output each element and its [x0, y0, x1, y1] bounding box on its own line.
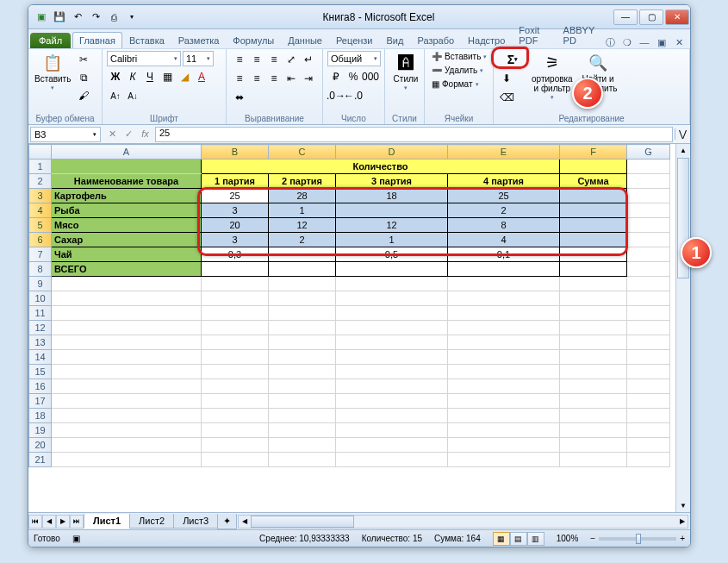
cell[interactable]: Рыба [52, 203, 202, 218]
cell[interactable]: 3 партия [336, 174, 448, 189]
cell[interactable]: 1 [336, 233, 448, 247]
cell[interactable] [448, 453, 560, 467]
cell[interactable] [202, 438, 269, 453]
tab-developer[interactable]: Разрабо [410, 32, 461, 48]
cell[interactable] [202, 306, 269, 321]
cell[interactable]: Сумма [560, 174, 627, 189]
row-header[interactable]: 17 [29, 394, 52, 409]
align-left-icon[interactable]: ≡ [231, 70, 248, 87]
cell[interactable] [627, 218, 670, 233]
cell[interactable] [202, 453, 269, 467]
cell[interactable]: 8 [448, 218, 560, 233]
cell[interactable] [52, 365, 202, 379]
cell[interactable] [336, 277, 448, 291]
view-normal-icon[interactable]: ▦ [493, 532, 510, 546]
cell[interactable] [336, 453, 448, 467]
cell[interactable] [448, 423, 560, 438]
font-color-button[interactable]: А [193, 68, 210, 85]
scroll-up-icon[interactable]: ▲ [676, 144, 690, 157]
format-cells-button[interactable]: ▦Формат▾ [429, 78, 482, 90]
cell[interactable] [560, 379, 627, 394]
row-header[interactable]: 2 [29, 174, 52, 189]
merge-center-icon[interactable]: ⬌ [231, 89, 248, 106]
cell[interactable] [560, 365, 627, 379]
cell[interactable] [336, 394, 448, 409]
row-header[interactable]: 6 [29, 233, 52, 247]
zoom-out-icon[interactable]: − [590, 534, 595, 543]
row-header[interactable]: 5 [29, 218, 52, 233]
cell[interactable] [627, 409, 670, 423]
cell[interactable] [202, 409, 269, 423]
formula-input[interactable]: 25 [155, 127, 673, 142]
cell[interactable] [269, 379, 336, 394]
tab-layout[interactable]: Разметка [171, 32, 227, 48]
orientation-icon[interactable]: ⤢ [283, 51, 300, 68]
cell[interactable] [560, 335, 627, 350]
zoom-in-icon[interactable]: + [680, 534, 685, 543]
styles-button[interactable]: 🅰 Стили ▾ [389, 51, 422, 93]
cell[interactable] [269, 262, 336, 277]
col-header[interactable]: G [627, 145, 670, 160]
cell[interactable] [627, 379, 670, 394]
font-size-combo[interactable]: 11▾ [183, 51, 214, 66]
paste-button[interactable]: 📋 Вставить ▾ [33, 51, 72, 93]
cell[interactable]: 20 [202, 218, 269, 233]
cell[interactable] [52, 350, 202, 365]
minimize-button[interactable]: — [613, 9, 638, 25]
cell[interactable] [269, 438, 336, 453]
cell[interactable]: 4 [448, 233, 560, 247]
cell[interactable] [52, 394, 202, 409]
cell[interactable] [627, 247, 670, 262]
cell[interactable] [336, 423, 448, 438]
cell[interactable]: 1 партия [202, 174, 269, 189]
shrink-font-icon[interactable]: А↓ [124, 87, 141, 104]
cell[interactable]: Количество [202, 160, 560, 174]
cell[interactable] [52, 291, 202, 306]
col-header[interactable]: B [202, 145, 269, 160]
grid-scroll[interactable]: A B C D E F G 1 Количество 2 [28, 144, 690, 512]
minimize-ribbon-icon[interactable]: ⓘ [604, 36, 616, 48]
cell[interactable] [627, 365, 670, 379]
cell[interactable]: 2 [269, 233, 336, 247]
cell[interactable] [202, 365, 269, 379]
wrap-text-icon[interactable]: ↵ [300, 51, 317, 68]
font-name-combo[interactable]: Calibri▾ [107, 51, 181, 66]
cell[interactable] [627, 438, 670, 453]
cell[interactable] [336, 350, 448, 365]
macro-rec-icon[interactable]: ▣ [72, 534, 80, 543]
cell[interactable]: 12 [336, 218, 448, 233]
cell[interactable]: 18 [336, 189, 448, 203]
cell[interactable] [627, 335, 670, 350]
sheet-tab[interactable]: Лист2 [129, 514, 174, 529]
cell[interactable] [627, 423, 670, 438]
cell[interactable] [560, 438, 627, 453]
cell[interactable] [202, 262, 269, 277]
cell[interactable] [52, 277, 202, 291]
cell[interactable] [448, 262, 560, 277]
excel-icon[interactable]: ▣ [34, 9, 49, 25]
cell[interactable] [560, 233, 627, 247]
cell[interactable] [269, 365, 336, 379]
cell[interactable] [202, 423, 269, 438]
delete-cells-button[interactable]: ➖Удалить▾ [429, 65, 486, 76]
enter-formula-icon[interactable]: ✓ [121, 128, 136, 140]
copy-icon[interactable]: ⧉ [75, 69, 92, 86]
format-painter-icon[interactable]: 🖌 [75, 87, 92, 104]
view-page-break-icon[interactable]: ▥ [527, 532, 544, 546]
cell[interactable] [560, 203, 627, 218]
scroll-left-icon[interactable]: ◀ [239, 516, 250, 528]
scroll-down-icon[interactable]: ▼ [676, 499, 690, 512]
cell[interactable] [627, 453, 670, 467]
row-header[interactable]: 19 [29, 423, 52, 438]
col-header[interactable]: F [560, 145, 627, 160]
row-header[interactable]: 12 [29, 321, 52, 335]
cell[interactable] [560, 247, 627, 262]
cell[interactable]: 2 партия [269, 174, 336, 189]
fill-color-button[interactable]: ◢ [176, 68, 193, 85]
cell[interactable] [448, 350, 560, 365]
cell[interactable] [269, 453, 336, 467]
cut-icon[interactable]: ✂ [75, 51, 92, 68]
help-icon[interactable]: ❍ [621, 36, 633, 48]
tab-home[interactable]: Главная [72, 32, 122, 48]
cell[interactable] [560, 262, 627, 277]
